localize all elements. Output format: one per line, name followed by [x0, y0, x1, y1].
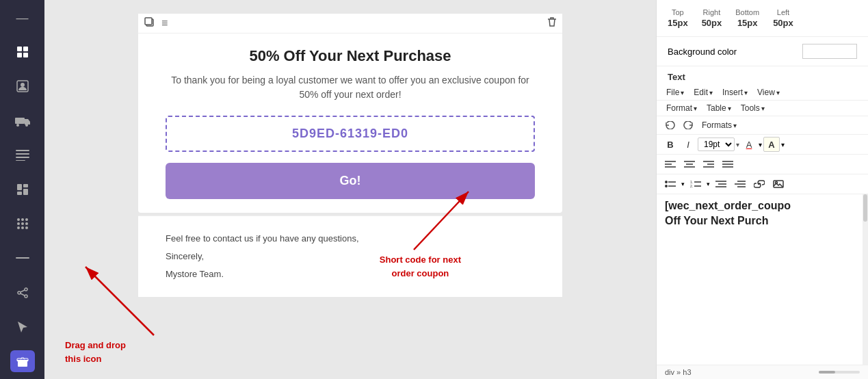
- link-btn[interactable]: [751, 177, 767, 192]
- text-editor-area[interactable]: [wec_next_order_coupo Off Your Next Purc…: [657, 194, 868, 365]
- minus-icon[interactable]: —: [10, 7, 35, 29]
- table-menu-btn[interactable]: Table ▾: [702, 102, 735, 114]
- scrollbar-thumb[interactable]: [863, 194, 867, 222]
- bg-color-label: Background color: [668, 47, 737, 57]
- padding-left: Left 50px: [773, 8, 793, 28]
- svg-rect-14: [23, 184, 28, 187]
- bg-text-chevron: ▾: [781, 141, 785, 148]
- svg-text:2.: 2.: [690, 184, 693, 188]
- truck-icon[interactable]: [10, 110, 35, 132]
- scrollbar-vertical[interactable]: [863, 194, 868, 365]
- svg-point-21: [21, 222, 24, 225]
- email-block-footer: Feel free to contact us if you have any …: [138, 215, 562, 297]
- format-menu-btn[interactable]: Format ▾: [662, 102, 701, 114]
- edit-menu-btn[interactable]: Edit ▾: [689, 86, 717, 99]
- email-subtitle: To thank you for being a loyal customer …: [166, 73, 535, 102]
- svg-point-23: [17, 226, 20, 229]
- share-icon[interactable]: [10, 282, 35, 304]
- svg-point-18: [21, 218, 24, 221]
- font-size-select[interactable]: 19pt12pt14pt16pt: [698, 138, 735, 151]
- svg-point-22: [25, 222, 28, 225]
- apps-icon[interactable]: [10, 213, 35, 235]
- padding-bottom-value: 15px: [737, 18, 758, 28]
- toolbar-align-row: [657, 155, 868, 174]
- svg-point-52: [666, 181, 667, 183]
- padding-bottom: Bottom 15px: [735, 8, 759, 28]
- padding-settings: Top 15px Right 50px Bottom 15px Left 50p…: [657, 0, 868, 37]
- image-btn[interactable]: [770, 177, 787, 192]
- align-justify-btn[interactable]: [720, 157, 736, 172]
- email-content: 50% Off Your Next Purchase To thank you …: [138, 34, 562, 213]
- svg-rect-6: [15, 118, 25, 124]
- footer-line2: Sincerely,: [166, 248, 535, 265]
- coupon-code: 5D9ED-61319-ED0: [292, 127, 408, 140]
- tools-menu-btn[interactable]: Tools ▾: [737, 102, 769, 114]
- svg-rect-15: [23, 189, 28, 195]
- undo-btn[interactable]: [662, 118, 679, 133]
- lines-icon[interactable]: [10, 144, 35, 166]
- svg-rect-26: [16, 257, 29, 259]
- grid-icon[interactable]: [10, 41, 35, 63]
- font-color-btn[interactable]: A: [741, 137, 757, 152]
- email-title: 50% Off Your Next Purchase: [166, 47, 535, 65]
- padding-left-label: Left: [777, 8, 789, 16]
- unordered-list-btn[interactable]: [662, 177, 679, 192]
- drag-icon[interactable]: ≡: [161, 17, 168, 29]
- indent-btn[interactable]: [713, 177, 729, 192]
- copy-icon[interactable]: [144, 16, 155, 30]
- bold-btn[interactable]: B: [662, 137, 679, 152]
- format-chevron: ▾: [694, 105, 697, 112]
- svg-point-7: [16, 124, 19, 127]
- go-button[interactable]: Go!: [166, 163, 535, 199]
- svg-line-31: [21, 293, 25, 296]
- insert-menu-btn[interactable]: Insert ▾: [718, 86, 752, 99]
- annotation-left: Drag and drop this icon: [65, 339, 126, 365]
- svg-rect-11: [16, 157, 29, 158]
- bg-color-row: Background color: [657, 37, 868, 66]
- font-color-chevron: ▾: [759, 141, 762, 148]
- blocks-icon[interactable]: [10, 179, 35, 200]
- insert-chevron: ▾: [744, 89, 748, 96]
- editor-line1: [wec_next_order_coupo: [665, 200, 860, 212]
- status-bar: div » h3: [657, 365, 868, 379]
- delete-icon[interactable]: [547, 16, 557, 30]
- svg-rect-33: [18, 361, 27, 367]
- svg-point-27: [25, 288, 27, 291]
- bg-color-swatch[interactable]: [802, 44, 857, 59]
- file-menu-btn[interactable]: File ▾: [662, 86, 688, 99]
- contact-icon[interactable]: [10, 75, 35, 97]
- cursor-icon[interactable]: [10, 316, 35, 338]
- email-block-coupon: ≡ 50% Off Your Next Purchase To thank yo…: [138, 14, 562, 213]
- italic-btn[interactable]: I: [680, 137, 696, 152]
- padding-left-value: 50px: [773, 18, 793, 28]
- redo-btn[interactable]: [680, 118, 696, 133]
- gift-icon[interactable]: [10, 350, 35, 372]
- email-footer-text: Feel free to contact us if you have any …: [138, 216, 562, 297]
- svg-rect-12: [16, 160, 25, 161]
- align-right-btn[interactable]: [700, 157, 717, 172]
- padding-top: Top 15px: [668, 8, 688, 28]
- svg-rect-2: [17, 53, 22, 57]
- svg-point-54: [666, 185, 667, 187]
- svg-rect-0: [17, 47, 22, 51]
- main-canvas: ≡ 50% Off Your Next Purchase To thank yo…: [44, 0, 656, 379]
- svg-point-19: [25, 218, 28, 221]
- svg-rect-1: [23, 47, 28, 51]
- svg-point-28: [18, 291, 21, 294]
- formats-btn[interactable]: Formats ▾: [698, 119, 741, 131]
- ordered-list-btn[interactable]: 1. 2.: [687, 177, 704, 192]
- svg-point-24: [21, 226, 24, 229]
- align-left-btn[interactable]: [662, 157, 679, 172]
- ul-chevron: ▾: [681, 181, 685, 187]
- align-center-btn[interactable]: [681, 157, 698, 172]
- padding-top-label: Top: [672, 8, 684, 16]
- divider-icon[interactable]: [10, 247, 35, 269]
- svg-point-20: [17, 222, 20, 225]
- coupon-box: 5D9ED-61319-ED0: [166, 116, 535, 152]
- bg-text-color-btn[interactable]: A: [763, 137, 780, 152]
- outdent-btn[interactable]: [732, 177, 748, 192]
- toolbar-list-row: ▾ 1. 2. ▾: [657, 174, 868, 194]
- block-toolbar: ≡: [138, 14, 562, 34]
- footer-line1: Feel free to contact us if you have any …: [166, 230, 535, 248]
- view-menu-btn[interactable]: View ▾: [753, 86, 784, 99]
